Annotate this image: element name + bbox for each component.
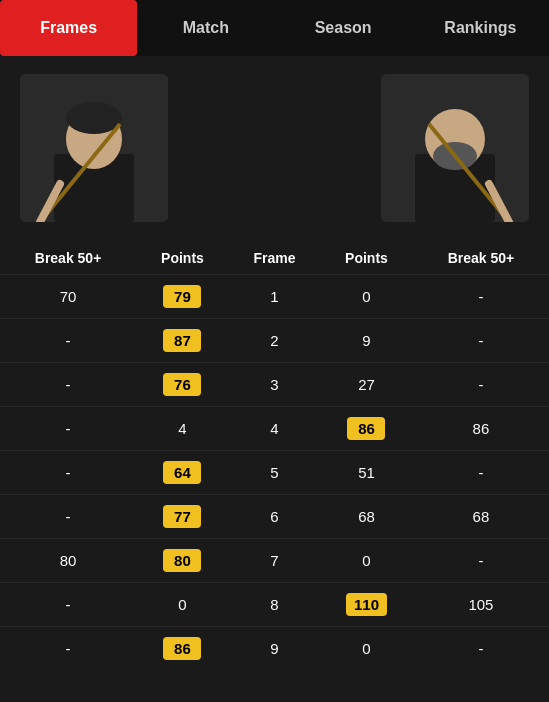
points-left-cell: 64: [136, 451, 229, 495]
player-right-card: [381, 74, 529, 222]
points-right-cell: 110: [320, 583, 413, 627]
table-header-row: Break 50+ Points Frame Points Break 50+: [0, 242, 549, 275]
points-right-cell: 0: [320, 539, 413, 583]
frame-cell: 6: [229, 495, 320, 539]
break50-right-cell: 68: [413, 495, 549, 539]
points-left-cell: 79: [136, 275, 229, 319]
points-left-cell: 80: [136, 539, 229, 583]
frame-cell: 5: [229, 451, 320, 495]
points-left-cell: 76: [136, 363, 229, 407]
break50-right-cell: -: [413, 319, 549, 363]
table-row: 707910-: [0, 275, 549, 319]
tab-rankings[interactable]: Rankings: [412, 0, 549, 56]
break50-right-cell: -: [413, 539, 549, 583]
break50-left-cell: -: [0, 319, 136, 363]
col-header-points-right: Points: [320, 242, 413, 275]
break50-left-cell: -: [0, 495, 136, 539]
table-row: -08110105: [0, 583, 549, 627]
points-left-cell: 4: [136, 407, 229, 451]
frame-cell: 9: [229, 627, 320, 671]
break50-left-cell: -: [0, 363, 136, 407]
points-right-cell: 51: [320, 451, 413, 495]
break50-right-cell: -: [413, 275, 549, 319]
points-right-cell: 68: [320, 495, 413, 539]
frame-cell: 2: [229, 319, 320, 363]
stats-table: Break 50+ Points Frame Points Break 50+ …: [0, 242, 549, 670]
table-row: -7766868: [0, 495, 549, 539]
table-row: -8690-: [0, 627, 549, 671]
col-header-break50-right: Break 50+: [413, 242, 549, 275]
points-right-cell: 86: [320, 407, 413, 451]
table-row: 808070-: [0, 539, 549, 583]
break50-left-cell: 80: [0, 539, 136, 583]
tab-frames[interactable]: Frames: [0, 0, 137, 56]
break50-left-cell: -: [0, 407, 136, 451]
table-row: -8729-: [0, 319, 549, 363]
col-header-break50-left: Break 50+: [0, 242, 136, 275]
table-row: -64551-: [0, 451, 549, 495]
frame-cell: 1: [229, 275, 320, 319]
table-row: -448686: [0, 407, 549, 451]
break50-right-cell: -: [413, 363, 549, 407]
break50-right-cell: 105: [413, 583, 549, 627]
break50-left-cell: -: [0, 583, 136, 627]
tab-bar: Frames Match Season Rankings: [0, 0, 549, 56]
points-left-cell: 86: [136, 627, 229, 671]
points-right-cell: 0: [320, 275, 413, 319]
points-left-cell: 87: [136, 319, 229, 363]
break50-right-cell: 86: [413, 407, 549, 451]
points-left-cell: 0: [136, 583, 229, 627]
break50-right-cell: -: [413, 451, 549, 495]
col-header-frame: Frame: [229, 242, 320, 275]
table-row: -76327-: [0, 363, 549, 407]
break50-right-cell: -: [413, 627, 549, 671]
col-header-points-left: Points: [136, 242, 229, 275]
player-left-card: [20, 74, 168, 222]
points-right-cell: 9: [320, 319, 413, 363]
frame-cell: 3: [229, 363, 320, 407]
points-left-cell: 77: [136, 495, 229, 539]
break50-left-cell: -: [0, 627, 136, 671]
tab-season[interactable]: Season: [275, 0, 412, 56]
break50-left-cell: -: [0, 451, 136, 495]
players-row: [0, 56, 549, 232]
points-right-cell: 27: [320, 363, 413, 407]
frame-cell: 7: [229, 539, 320, 583]
frame-cell: 4: [229, 407, 320, 451]
frame-cell: 8: [229, 583, 320, 627]
points-right-cell: 0: [320, 627, 413, 671]
tab-match[interactable]: Match: [137, 0, 274, 56]
break50-left-cell: 70: [0, 275, 136, 319]
